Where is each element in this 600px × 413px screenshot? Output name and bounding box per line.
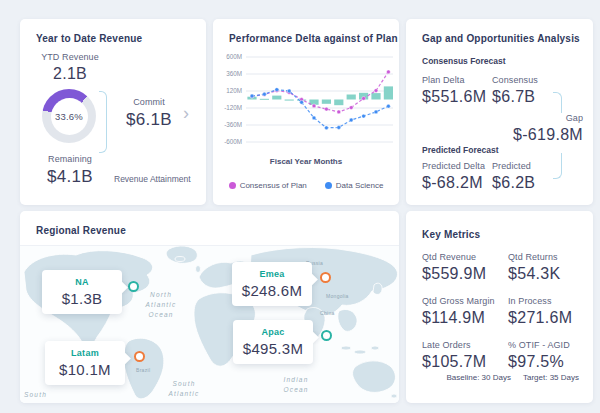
svg-text:-600M: -600M	[224, 138, 242, 145]
region-name: Emea	[232, 269, 312, 279]
attainment-donut-chart[interactable]: 33.6%	[42, 89, 96, 143]
commit-block: Commit $6.1B	[116, 97, 182, 130]
card-title-regional: Regional Revenue	[36, 225, 126, 236]
performance-chart[interactable]: 600M360M120M-120M-360M-600M	[213, 49, 399, 154]
metric-qtd-revenue: Qtd Revenue $559.9M	[422, 252, 508, 283]
revenue-attainment-label: Revenue Attainment	[114, 174, 191, 184]
island-uk	[196, 266, 201, 273]
ocean-label-north-atlantic: North Atlantic Ocean	[138, 290, 184, 319]
remaining-label: Remaining	[20, 154, 120, 164]
metric-label: In Process	[508, 296, 584, 306]
bracket-shape-top	[553, 92, 562, 113]
ocean-label-south: South	[24, 390, 64, 400]
card-gap-opportunities: Gap and Opportunities Analysis Consensus…	[406, 19, 593, 205]
predicted-label: Predicted	[492, 161, 582, 171]
region-value: $248.6M	[232, 282, 312, 299]
card-key-metrics: Key Metrics Qtd Revenue $559.9M Qtd Retu…	[406, 211, 593, 403]
commit-label: Commit	[116, 97, 182, 107]
target-label: Target: 35 Days	[523, 373, 579, 382]
map-marker-na[interactable]	[128, 281, 139, 292]
region-value: $1.3B	[42, 290, 122, 307]
predicted-forecast-heading: Predicted Forecast	[422, 145, 499, 155]
svg-text:360M: 360M	[226, 70, 242, 77]
consensus-label: Consensus	[492, 75, 582, 85]
card-regional-revenue: Regional Revenue	[20, 211, 399, 403]
baseline-label: Baseline: 30 Days	[446, 373, 510, 382]
country-label-brazil: Brazil	[136, 367, 150, 373]
map-marker-emea[interactable]	[320, 272, 331, 283]
card-title-performance: Performance Delta against of Plan	[229, 33, 398, 44]
metric-late-orders: Late Orders $105.7M	[422, 340, 508, 371]
region-name: Latam	[45, 348, 125, 358]
ocean-label-indian: Indian Ocean	[276, 375, 316, 395]
region-name: Apac	[233, 327, 313, 337]
map-marker-apac[interactable]	[321, 330, 332, 341]
plan-delta-label: Plan Delta	[422, 75, 492, 85]
card-title-gap: Gap and Opportunities Analysis	[422, 33, 580, 44]
svg-text:-120M: -120M	[224, 104, 242, 111]
world-map[interactable]: North Atlantic Ocean South Atlantic Indi…	[20, 245, 399, 403]
consensus-value: $6.7B	[492, 88, 582, 106]
legend-label: Consensus of Plan	[240, 181, 307, 190]
callout-emea[interactable]: Emea $248.6M	[232, 262, 312, 306]
consensus-forecast-heading: Consensus Forecast	[422, 56, 506, 66]
callout-na[interactable]: NA $1.3B	[42, 270, 122, 314]
metric-value: $105.7M	[422, 353, 508, 371]
card-title-key-metrics: Key Metrics	[422, 229, 480, 240]
callout-latam[interactable]: Latam $10.1M	[45, 341, 125, 385]
metric-label: % OTIF - AGID	[508, 340, 584, 350]
metric-value: $97.5%	[508, 353, 584, 371]
gap-block: Gap $-619.8M	[509, 113, 583, 144]
metric-label: Qtd Returns	[508, 252, 584, 262]
plan-delta-value: $551.6M	[422, 88, 492, 106]
metric-in-process: In Process $271.6M	[508, 296, 584, 327]
donut-center-label: 33.6%	[51, 98, 88, 135]
metric-qtd-returns: Qtd Returns $54.3K	[508, 252, 584, 283]
metric-label: Late Orders	[422, 340, 508, 350]
island-indonesia-1	[341, 346, 351, 350]
chevron-right-icon[interactable]: ›	[183, 104, 189, 122]
ytd-revenue-value: 2.1B	[20, 65, 120, 83]
gap-label: Gap	[509, 113, 583, 123]
card-title-ytd: Year to Date Revenue	[36, 33, 142, 44]
island-japan	[373, 283, 382, 294]
legend-item-data-science[interactable]: Data Science	[325, 181, 384, 190]
region-name: NA	[42, 277, 122, 287]
metric-qtd-gross-margin: Qtd Gross Margin $114.9M	[422, 296, 508, 327]
remaining-value: $4.1B	[20, 167, 120, 187]
country-label-mongolia: Mongolia	[326, 293, 349, 299]
predicted-delta-value: $-68.2M	[422, 174, 492, 192]
metrics-footer: Baseline: 30 Days Target: 35 Days	[446, 373, 579, 382]
chart-legend: Consensus of Plan Data Science	[213, 181, 399, 190]
commit-value: $6.1B	[116, 110, 182, 130]
island-iceland	[175, 257, 185, 262]
island-indonesia-2	[354, 350, 366, 354]
predicted-value: $6.2B	[492, 174, 582, 192]
legend-dot-icon	[229, 182, 236, 189]
ocean-label-south-atlantic: South Atlantic	[164, 379, 204, 399]
metric-label: Qtd Revenue	[422, 252, 508, 262]
legend-label: Data Science	[336, 181, 384, 190]
region-value: $10.1M	[45, 361, 125, 378]
metric-value: $559.9M	[422, 265, 508, 283]
island-indonesia-3	[371, 346, 379, 350]
card-performance-delta: Performance Delta against of Plan 600M36…	[213, 19, 399, 205]
callout-apac[interactable]: Apac $495.3M	[233, 320, 313, 364]
metric-value: $114.9M	[422, 309, 508, 327]
map-marker-latam[interactable]	[134, 351, 145, 362]
metric-value: $54.3K	[508, 265, 584, 283]
svg-text:120M: 120M	[226, 87, 242, 94]
region-southeast-asia	[338, 309, 357, 331]
gap-value: $-619.8M	[509, 126, 583, 144]
metric-otif-agid: % OTIF - AGID $97.5%	[508, 340, 584, 371]
country-label-china: China	[320, 310, 335, 316]
continent-australia	[353, 361, 396, 393]
legend-item-consensus-of-plan[interactable]: Consensus of Plan	[229, 181, 307, 190]
ytd-revenue-block: YTD Revenue 2.1B	[20, 52, 120, 83]
metric-label: Qtd Gross Margin	[422, 296, 508, 306]
legend-dot-icon	[325, 182, 332, 189]
ytd-revenue-label: YTD Revenue	[20, 52, 120, 62]
island-new-zealand	[391, 394, 397, 398]
svg-text:-360M: -360M	[224, 121, 242, 128]
bracket-shape	[99, 91, 107, 153]
